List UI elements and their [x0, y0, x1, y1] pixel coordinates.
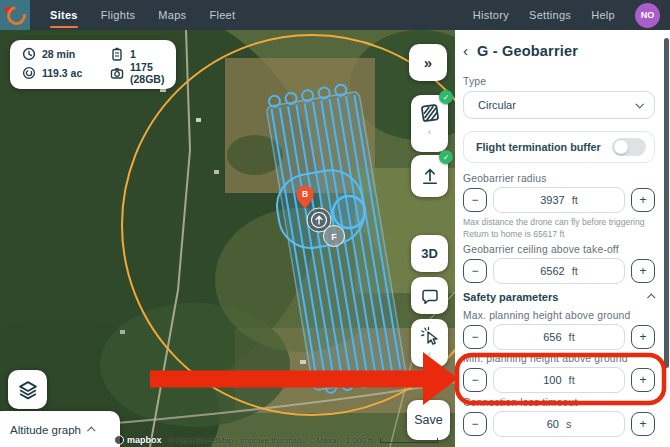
- geobarrier-ceiling-stepper: − 6562 ft +: [463, 258, 655, 284]
- scale-label: 1,000 ft: [346, 436, 373, 445]
- check-icon: ✓: [443, 153, 450, 162]
- takeoff-check-badge: ✓: [439, 150, 453, 164]
- toggle-knob: [614, 140, 628, 154]
- connection-loss-timeout-input[interactable]: 60 s: [493, 411, 625, 437]
- geobarrier-radius-helper: Max distance the drone can fly before tr…: [463, 216, 655, 241]
- map-canvas[interactable]: B F: [0, 30, 455, 447]
- user-avatar[interactable]: NO: [635, 3, 660, 28]
- flight-termination-card: Flight termination buffer: [463, 131, 655, 163]
- check-icon: ✓: [443, 93, 450, 102]
- min-planning-height-label: Min. planning height above ground: [463, 353, 655, 364]
- flight-termination-label: Flight termination buffer: [476, 141, 601, 153]
- min-planning-height-field: Min. planning height above ground − 100 …: [463, 350, 655, 393]
- safety-parameters-section[interactable]: Safety parameters: [463, 290, 655, 304]
- comment-button[interactable]: [411, 277, 448, 314]
- mission-info-card: 28 min 1 119.3 ac: [10, 40, 176, 89]
- battery-icon: [110, 47, 124, 61]
- area-spiral-icon: [22, 66, 36, 80]
- nav-item-flights[interactable]: Flights: [101, 0, 136, 30]
- altitude-graph-toggle[interactable]: Altitude graph: [0, 411, 120, 447]
- stepper-increment-button[interactable]: +: [631, 259, 655, 283]
- maxar-attribution: © Maxar: [308, 436, 338, 445]
- chevron-left-icon[interactable]: ‹: [428, 128, 431, 136]
- geobarrier-radius-input[interactable]: 3937 ft: [493, 187, 625, 213]
- min-planning-height-stepper: − 100 ft +: [463, 367, 655, 393]
- click-cursor-icon: [420, 325, 440, 347]
- flight-termination-toggle[interactable]: [612, 138, 646, 156]
- nav-item-maps[interactable]: Maps: [158, 0, 186, 30]
- nav-item-settings[interactable]: Settings: [529, 9, 571, 21]
- stepper-decrement-button[interactable]: −: [463, 188, 487, 212]
- max-planning-height-label: Max. planning height above ground: [463, 310, 655, 321]
- mapbox-logo[interactable]: mapbox: [114, 435, 162, 445]
- chevron-up-icon: [87, 426, 95, 434]
- battery-count-stat: 1: [110, 47, 176, 61]
- takeoff-tool-button[interactable]: ✓: [411, 155, 448, 197]
- stepper-decrement-button[interactable]: −: [463, 259, 487, 283]
- back-button[interactable]: ‹: [463, 41, 468, 61]
- panel-title: G - Geobarrier: [477, 43, 578, 59]
- pointer-tool-card[interactable]: ‹: [411, 319, 448, 367]
- improve-map-link[interactable]: Improve this map: [240, 436, 301, 445]
- altitude-graph-label: Altitude graph: [10, 424, 81, 436]
- map-attribution: mapbox © OpenStreetMap Improve this map …: [114, 435, 438, 445]
- loiter-circle: [333, 196, 365, 228]
- layers-button[interactable]: [8, 370, 47, 409]
- toggle-3d-button[interactable]: 3D: [411, 235, 448, 272]
- map-terrain: [0, 30, 455, 447]
- takeoff-icon: [420, 166, 440, 186]
- geobarrier-ceiling-label: Geobarrier ceiling above take-off: [463, 244, 655, 255]
- nav-item-help[interactable]: Help: [591, 9, 615, 21]
- secondary-nav: History Settings Help NO: [473, 3, 670, 28]
- camera-icon: [110, 66, 124, 80]
- double-chevron-right-icon: »: [424, 54, 432, 71]
- geobarrier-panel: ‹ G - Geobarrier Type Circular Flight te…: [455, 30, 670, 447]
- app-logo[interactable]: [0, 0, 30, 30]
- top-nav: Sites Flights Maps Fleet History Setting…: [0, 0, 670, 30]
- collapse-panel-button[interactable]: »: [409, 44, 447, 81]
- stepper-increment-button[interactable]: +: [631, 412, 655, 436]
- comment-icon: [421, 287, 439, 305]
- survey-check-badge: ✓: [439, 90, 453, 104]
- primary-nav: Sites Flights Maps Fleet: [50, 0, 235, 30]
- stepper-increment-button[interactable]: +: [631, 368, 655, 392]
- nav-item-fleet[interactable]: Fleet: [209, 0, 235, 30]
- flight-time-stat: 28 min: [22, 47, 110, 61]
- type-select[interactable]: Circular: [463, 91, 655, 119]
- panel-scrollbar[interactable]: [664, 38, 669, 368]
- stepper-decrement-button[interactable]: −: [463, 368, 487, 392]
- chevron-up-icon: [647, 293, 655, 301]
- photos-stat: 1175 (28GB): [110, 61, 176, 85]
- connection-loss-timeout-stepper: − 60 s +: [463, 411, 655, 437]
- connection-loss-timeout-label: Connection loss timeout: [463, 397, 655, 408]
- map-view[interactable]: B F 28 min: [0, 30, 455, 447]
- nav-item-sites[interactable]: Sites: [50, 0, 78, 30]
- osm-attribution-link[interactable]: © OpenStreetMap: [169, 436, 234, 445]
- survey-tool-card[interactable]: ‹ ✓: [411, 95, 448, 152]
- stepper-increment-button[interactable]: +: [631, 325, 655, 349]
- save-button[interactable]: Save: [407, 400, 450, 440]
- type-label: Type: [463, 76, 655, 87]
- chevron-left-icon[interactable]: ‹: [428, 350, 431, 358]
- waypoint-b-label: B: [302, 189, 308, 199]
- geobarrier-radius-stepper: − 3937 ft +: [463, 187, 655, 213]
- survey-pattern-icon: [419, 101, 441, 125]
- max-planning-height-input[interactable]: 656 ft: [493, 324, 625, 350]
- max-planning-height-stepper: − 656 ft +: [463, 324, 655, 350]
- area-stat: 119.3 ac: [22, 61, 110, 85]
- panel-header: ‹ G - Geobarrier: [463, 40, 655, 62]
- waypoint-f-label: F: [331, 232, 337, 242]
- stepper-decrement-button[interactable]: −: [463, 325, 487, 349]
- type-select-value: Circular: [478, 99, 516, 111]
- stepper-decrement-button[interactable]: −: [463, 412, 487, 436]
- layers-icon: [18, 380, 38, 400]
- clock-icon: [22, 47, 36, 61]
- chevron-down-icon: [635, 100, 643, 108]
- geobarrier-ceiling-input[interactable]: 6562 ft: [493, 258, 625, 284]
- min-planning-height-input[interactable]: 100 ft: [493, 367, 625, 393]
- nav-item-history[interactable]: History: [473, 9, 509, 21]
- stepper-increment-button[interactable]: +: [631, 188, 655, 212]
- mapbox-logo-icon: [114, 435, 124, 445]
- waypoint-f-marker[interactable]: F: [324, 226, 345, 247]
- map-scale-bar: [380, 438, 438, 443]
